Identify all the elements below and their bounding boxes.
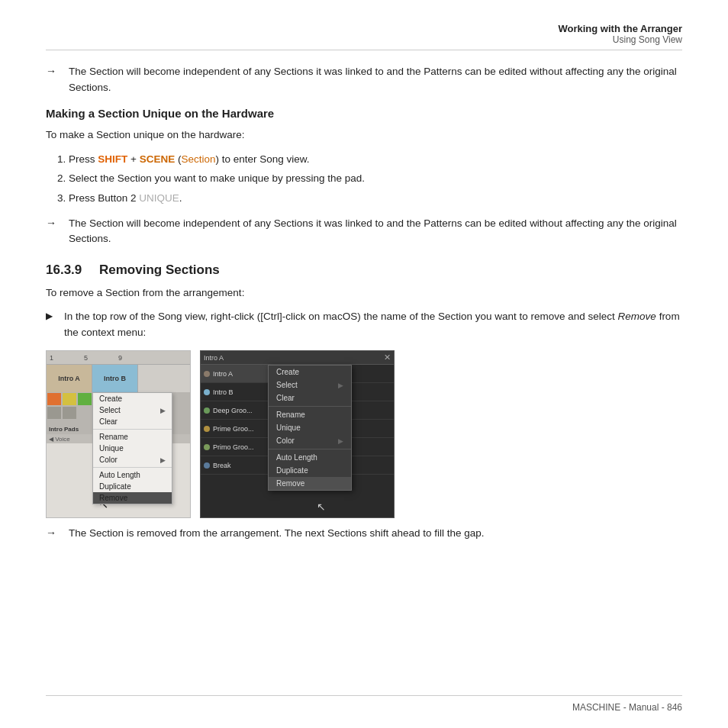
cm-unique-label: Unique: [99, 444, 124, 453]
chapter-title: Removing Sections: [99, 263, 220, 277]
dot-prime1: [204, 426, 210, 432]
cm-remove-label: Remove: [99, 494, 127, 502]
ss-right-topbar: Intro A ✕: [201, 351, 394, 365]
unique-text: UNIQUE: [139, 192, 179, 204]
rcm-create-label: Create: [276, 368, 299, 376]
cm-select-arrow: ▶: [160, 407, 166, 414]
cm-clear: Clear: [93, 416, 172, 427]
rcm-color-label: Color: [276, 436, 295, 445]
rcm-autolen-label: Auto Length: [276, 453, 317, 462]
bullet-text: In the top row of the Song view, right-c…: [64, 309, 682, 341]
rcm-duplicate: Duplicate: [269, 464, 351, 477]
ss-right-section-break: Break: [201, 456, 276, 475]
rcm-unique: Unique: [269, 421, 351, 434]
section-heading-unique: Making a Section Unique on the Hardware: [46, 107, 682, 120]
arrow-para-2: → The Section will become independent of…: [46, 216, 682, 248]
dot-intro-b: [204, 389, 210, 395]
rcm-rename-label: Rename: [276, 411, 305, 419]
page-header: Working with the Arranger Using Song Vie…: [46, 23, 682, 50]
rcm-sep-1: [269, 406, 351, 407]
cm-select-label: Select: [99, 406, 121, 414]
list-item-3: Press Button 2 UNIQUE.: [69, 190, 682, 207]
ss-left-context-menu: Create Select▶ Clear Rename Unique Color…: [92, 392, 172, 504]
ss-right-section-intro-b: Intro B: [201, 383, 276, 401]
rcm-duplicate-label: Duplicate: [276, 466, 308, 475]
dot-break: [204, 462, 210, 469]
chapter-heading: 16.3.9 Removing Sections: [46, 263, 682, 278]
ss-right-section-primo: Primo Groo...: [201, 438, 276, 456]
list-item-1: Press SHIFT + SCENE (Section) to enter S…: [69, 151, 682, 168]
intro-pads-label: Intro Pads: [49, 426, 79, 433]
ss-right-cursor: ↖: [317, 501, 326, 513]
cm-color: Color▶: [93, 454, 172, 465]
label-primo: Primo Groo...: [213, 443, 254, 451]
ss-right-section-prime1: Prime Groo...: [201, 420, 276, 438]
ss-right-section-list: Intro A Intro B Deep Groo... Prime: [201, 365, 277, 472]
pad-orange: [47, 393, 61, 405]
numbered-list: Press SHIFT + SCENE (Section) to enter S…: [69, 151, 682, 207]
rcm-remove-label: Remove: [276, 479, 304, 488]
list-item-2: Select the Section you want to make uniq…: [69, 170, 682, 187]
ss-right-context-menu: Create Select▶ Clear Rename Unique Color…: [268, 365, 352, 491]
ss-section-rest: [138, 365, 190, 392]
bullet-triangle: ▶: [46, 311, 55, 321]
rcm-unique-label: Unique: [276, 424, 301, 432]
cm-create: Create: [93, 393, 172, 404]
header-title: Working with the Arranger: [558, 23, 682, 34]
ruler-1: 1: [50, 354, 53, 362]
rcm-select: Select▶: [269, 378, 351, 391]
cm-create-label: Create: [99, 395, 122, 403]
cm-rename-label: Rename: [99, 433, 128, 441]
ss-close-btn: ✕: [384, 353, 391, 362]
cm-remove: Remove: [93, 492, 172, 504]
italic-remove: Remove: [618, 311, 656, 322]
cm-autolen-label: Auto Length: [99, 471, 140, 479]
arrow-symbol-1: →: [46, 65, 58, 77]
rcm-rename: Rename: [269, 408, 351, 421]
dot-intro-a: [204, 371, 210, 377]
pad-empty-3: [63, 407, 76, 419]
arrow-symbol-2: →: [46, 217, 58, 229]
label-prime1: Prime Groo...: [213, 425, 254, 433]
label-deep: Deep Groo...: [213, 407, 253, 414]
header-right: Working with the Arranger Using Song Vie…: [558, 23, 682, 45]
rcm-create: Create: [269, 366, 351, 378]
header-subtitle: Using Song View: [558, 34, 682, 45]
ruler-9: 9: [118, 354, 122, 362]
rcm-color: Color▶: [269, 434, 351, 447]
label-intro-b: Intro B: [213, 388, 234, 396]
pad-green: [78, 393, 92, 405]
page-container: Working with the Arranger Using Song Vie…: [0, 0, 728, 728]
pad-empty-2: [47, 407, 61, 419]
label-intro-a: Intro A: [213, 370, 233, 378]
content-area: → The Section will become independent of…: [46, 64, 682, 542]
cm-color-label: Color: [99, 456, 118, 464]
arrow-text-3: The Section is removed from the arrangem…: [69, 526, 682, 542]
cm-duplicate: Duplicate: [93, 481, 172, 492]
screenshot-right: Intro A ✕ Intro A Intro B: [200, 350, 395, 518]
cm-sep-2: [93, 467, 172, 468]
arrow-text-2: The Section will become independent of a…: [69, 216, 682, 248]
ss-section-intro-b: Intro B: [92, 365, 138, 392]
label-break: Break: [213, 462, 231, 469]
rcm-sep-2: [269, 449, 351, 449]
section-text: Section: [181, 153, 215, 165]
cm-rename: Rename: [93, 431, 172, 443]
voice-label: ◀ Voice: [49, 436, 70, 443]
rcm-select-label: Select: [276, 381, 298, 389]
cm-autolen: Auto Length: [93, 469, 172, 481]
ss-left-topbar: 1 5 9: [47, 351, 190, 365]
ruler-5: 5: [84, 354, 88, 362]
rcm-clear: Clear: [269, 391, 351, 404]
pad-yellow: [63, 393, 76, 405]
ss-right-title: Intro A: [204, 354, 224, 362]
removing-body: To remove a Section from the arrangement…: [46, 285, 682, 301]
cm-sep-1: [93, 429, 172, 430]
cm-unique: Unique: [93, 443, 172, 454]
ss-section-intro-a: Intro A: [47, 365, 92, 392]
screenshot-left: 1 5 9 Intro A Intro B: [46, 350, 191, 518]
cm-select: Select▶: [93, 404, 172, 416]
scene-text: SCENE: [140, 153, 176, 165]
arrow-para-1: → The Section will become independent of…: [46, 64, 682, 96]
screenshots-row: 1 5 9 Intro A Intro B: [46, 350, 682, 518]
